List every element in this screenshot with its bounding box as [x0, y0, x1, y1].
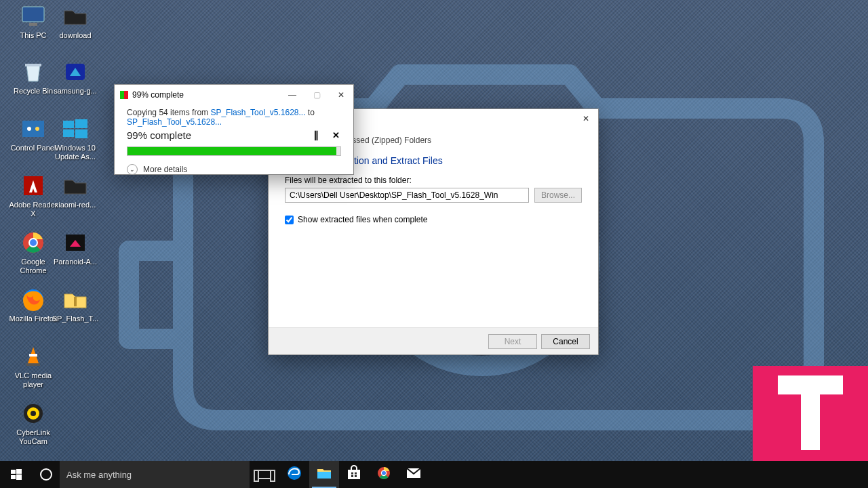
progress-bar-fill: [127, 147, 336, 155]
svg-rect-21: [26, 363, 40, 366]
firefox-icon: [18, 286, 48, 313]
more-details-label: More details: [143, 165, 187, 174]
desktop-icon-paranoid-a-[interactable]: Paranoid-A...: [50, 229, 100, 266]
svg-rect-20: [29, 354, 37, 357]
desktop-icon-label: xiaomi-red...: [50, 201, 100, 209]
taskbar-search-input[interactable]: Ask me anything: [60, 461, 250, 488]
svg-rect-3: [25, 64, 41, 66]
progress-bar: [127, 146, 341, 156]
svg-rect-25: [11, 470, 16, 474]
watermark-logo: [753, 366, 868, 461]
desktop-icon-label: Windows 10 Update As...: [50, 144, 100, 161]
extract-close-button[interactable]: ✕: [574, 109, 598, 128]
copy-window-title: 99% complete: [132, 90, 184, 100]
svg-rect-10: [63, 129, 74, 137]
desktop[interactable]: This PCdownloadRecycle Binsamsung-g...Co…: [0, 0, 868, 488]
copy-maximize-button: ▢: [304, 85, 329, 104]
svg-rect-30: [317, 472, 331, 479]
file-explorer-icon: [316, 465, 332, 484]
more-details-toggle[interactable]: ⌄ More details: [127, 164, 341, 175]
copy-to-link[interactable]: SP_Flash_Tool_v5.1628...: [127, 117, 222, 127]
show-extracted-checkbox-row[interactable]: Show extracted files when complete: [285, 215, 582, 224]
svg-rect-27: [11, 475, 16, 479]
next-button[interactable]: Next: [488, 334, 537, 349]
mail-icon: [406, 465, 422, 484]
pc-icon: [18, 3, 48, 30]
svg-point-6: [27, 127, 31, 131]
taskbar[interactable]: Ask me anything: [0, 461, 868, 488]
winupdate-icon: [60, 115, 90, 142]
desktop-icon-windows-10-update-as-[interactable]: Windows 10 Update As...: [50, 115, 100, 161]
copy-progress-window[interactable]: 99% complete — ▢ ✕ Copying 54 items from…: [114, 84, 354, 175]
copy-titlebar[interactable]: 99% complete — ▢ ✕: [115, 85, 353, 105]
copy-minimize-button[interactable]: —: [280, 85, 304, 104]
svg-rect-2: [29, 23, 37, 26]
cpanel-icon: [18, 115, 48, 142]
desktop-icon-sp-flash-t-[interactable]: SP_Flash_T...: [50, 286, 100, 323]
paranoid-icon: [60, 229, 90, 256]
svg-rect-28: [16, 474, 22, 480]
svg-rect-34: [351, 475, 353, 477]
start-button[interactable]: [0, 461, 33, 488]
svg-rect-26: [16, 469, 22, 474]
adobe-icon: [18, 172, 48, 199]
chevron-down-icon: ⌄: [127, 164, 138, 175]
copy-from-link[interactable]: SP_Flash_Tool_v5.1628...: [210, 108, 305, 117]
svg-rect-1: [22, 7, 44, 22]
cortana-button[interactable]: [33, 461, 60, 488]
svg-rect-19: [74, 297, 77, 306]
folder-dark-icon: [60, 3, 90, 30]
svg-rect-5: [22, 121, 44, 137]
taskbar-app-file-explorer[interactable]: [309, 461, 339, 488]
edge-icon: [286, 465, 302, 484]
desktop-icon-label: samsung-g...: [50, 87, 100, 96]
svg-point-16: [30, 239, 37, 246]
svg-rect-32: [351, 472, 353, 474]
browse-button[interactable]: Browse...: [534, 188, 582, 203]
desktop-icon-label: SP_Flash_T...: [50, 314, 100, 323]
cancel-button[interactable]: Cancel: [541, 334, 590, 349]
store-icon: [346, 465, 362, 484]
samsung-icon: [60, 58, 90, 85]
vlc-icon: [18, 343, 48, 370]
svg-rect-11: [75, 129, 87, 138]
desktop-icon-xiaomi-red-[interactable]: xiaomi-red...: [50, 172, 100, 209]
cancel-copy-button[interactable]: ✕: [330, 130, 341, 140]
desktop-icon-label: Paranoid-A...: [50, 258, 100, 266]
desktop-icon-label: download: [50, 31, 100, 40]
desktop-icon-label: CyberLink YouCam: [8, 428, 58, 446]
desktop-icon-download[interactable]: download: [50, 3, 100, 40]
desktop-icon-cyberlink-youcam[interactable]: CyberLink YouCam: [8, 400, 58, 446]
show-extracted-label: Show extracted files when complete: [298, 215, 427, 224]
copy-progress-icon: [120, 91, 128, 99]
desktop-icon-samsung-g-[interactable]: samsung-g...: [50, 58, 100, 96]
taskbar-app-chrome[interactable]: [369, 461, 399, 488]
svg-rect-33: [355, 472, 357, 474]
svg-rect-31: [348, 470, 360, 479]
show-extracted-checkbox[interactable]: [285, 216, 294, 224]
extract-path-input[interactable]: [285, 188, 529, 203]
zip-icon: [60, 286, 90, 313]
svg-point-24: [31, 411, 36, 416]
chrome-icon: [376, 465, 392, 484]
svg-rect-8: [63, 121, 74, 128]
taskbar-app-store[interactable]: [339, 461, 369, 488]
task-view-button[interactable]: [250, 461, 279, 488]
svg-point-39: [382, 471, 386, 475]
copy-close-button[interactable]: ✕: [329, 85, 353, 104]
svg-rect-9: [75, 119, 87, 128]
folder-dark-icon: [60, 172, 90, 199]
chrome-icon: [18, 229, 48, 256]
desktop-icon-label: VLC media player: [8, 371, 58, 389]
desktop-icon-vlc-media-player[interactable]: VLC media player: [8, 343, 58, 389]
taskbar-app-mail[interactable]: [399, 461, 429, 488]
svg-point-7: [35, 127, 39, 131]
youcam-icon: [18, 400, 48, 427]
copy-percent-text: 99% complete: [127, 129, 191, 141]
taskbar-app-edge[interactable]: [279, 461, 309, 488]
bin-icon: [18, 58, 48, 85]
pause-button[interactable]: ǁ: [311, 130, 321, 140]
copying-line: Copying 54 items from SP_Flash_Tool_v5.1…: [127, 108, 341, 127]
svg-rect-35: [355, 475, 357, 477]
